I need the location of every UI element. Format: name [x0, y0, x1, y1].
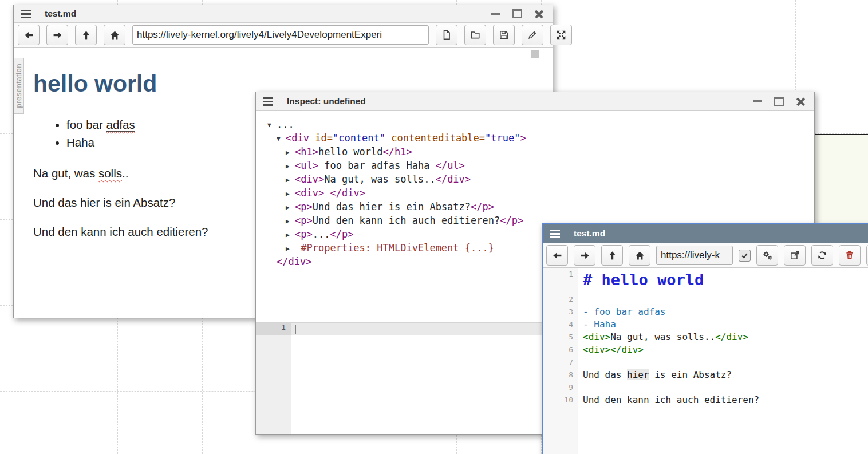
minimize-icon[interactable] [753, 100, 762, 102]
back-button[interactable] [18, 25, 40, 45]
navigation-toolbar [543, 243, 868, 268]
dom-tree-node[interactable]: ▶<ul> foo bar adfas Haha </ul> [256, 159, 814, 173]
back-button[interactable] [546, 245, 568, 266]
dom-tree-node[interactable]: ▶<div>Na gut, was solls..</div> [256, 173, 814, 187]
minimize-icon[interactable] [491, 13, 500, 15]
url-input[interactable] [132, 25, 429, 45]
editor-line[interactable]: 10Und den kann ich auch editieren? [543, 394, 868, 406]
up-button[interactable] [75, 25, 97, 45]
disclosure-triangle[interactable]: ▶ [286, 202, 295, 214]
forward-icon [53, 30, 62, 40]
menu-icon[interactable] [550, 230, 560, 238]
maximize-icon[interactable] [774, 97, 784, 106]
maximize-icon[interactable] [512, 9, 522, 18]
code-token: </div> [277, 256, 311, 267]
navigation-toolbar [14, 23, 553, 48]
code-token: <div [286, 132, 309, 144]
folder-icon [470, 30, 480, 40]
menu-icon[interactable] [263, 97, 273, 106]
disclosure-triangle[interactable]: ▶ [286, 160, 295, 173]
code-token: is ein Absatz? [649, 369, 732, 380]
code-token: #Properties: HTMLDivElement {...} [295, 242, 494, 254]
titlebar[interactable]: test.md [543, 224, 868, 243]
editor-line[interactable]: 6<div></div> [543, 344, 868, 356]
disclosure-triangle[interactable]: ▼ [267, 119, 277, 132]
line-number: 3 [543, 306, 578, 318]
disclosure-triangle[interactable]: ▼ [277, 133, 286, 145]
code-token: </ul> [436, 160, 465, 171]
line-number: 5 [543, 331, 578, 344]
misspelled-word: solls [98, 167, 122, 180]
disclosure-triangle[interactable]: ▶ [286, 174, 295, 187]
code-token: </p> [471, 201, 494, 212]
code-token: <div></div> [583, 344, 644, 355]
home-icon [635, 251, 645, 260]
scrollbar-thumb[interactable] [531, 50, 539, 58]
forward-button[interactable] [46, 25, 68, 45]
back-icon [553, 251, 562, 260]
forward-button[interactable] [574, 245, 595, 266]
edit-button[interactable] [522, 25, 543, 45]
code-token: </h1> [383, 146, 412, 157]
editor-line[interactable]: 7 [543, 356, 868, 369]
disclosure-triangle[interactable]: ▶ [286, 229, 295, 242]
up-button[interactable] [601, 245, 623, 266]
home-button[interactable] [629, 245, 650, 266]
dom-tree-node[interactable]: ▼... [256, 118, 814, 132]
line-number: 1 [256, 323, 291, 335]
disclosure-triangle[interactable]: ▶ [286, 188, 295, 200]
disclosure-triangle[interactable]: ▶ [286, 215, 295, 228]
editor-line[interactable]: 5<div>Na gut, was solls..</div> [543, 331, 868, 344]
url-input[interactable] [656, 246, 733, 265]
refresh-icon [817, 250, 827, 260]
editor-line[interactable]: 2 [543, 293, 868, 306]
code-token [309, 132, 315, 144]
delete-button[interactable] [839, 245, 861, 266]
editor-line[interactable]: 8Und das hier is ein Absatz? [543, 369, 868, 381]
auto-update-checkbox[interactable] [739, 250, 751, 262]
expand-button[interactable] [550, 25, 572, 45]
refresh-button[interactable] [811, 245, 833, 266]
code-token: hello world [318, 146, 383, 157]
code-token: ... [277, 119, 294, 130]
dom-tree-node[interactable]: ▶<h1>hello world</h1> [256, 145, 814, 159]
dom-tree-node[interactable]: ▶<p>Und das hier is ein Absatz?</p> [256, 200, 814, 214]
up-icon [607, 251, 617, 260]
code-token: - foo bar adfas [583, 306, 666, 317]
editor-line[interactable]: 3- foo bar adfas [543, 306, 868, 318]
home-icon [110, 30, 120, 40]
dom-tree-node[interactable]: ▼<div id="content" contenteditable="true… [256, 132, 814, 145]
line-number: 4 [543, 318, 578, 331]
editor-empty-area[interactable] [543, 406, 868, 454]
source-editor[interactable]: 1# hello world23- foo bar adfas4- Haha5<… [543, 268, 868, 454]
titlebar[interactable]: test.md [14, 5, 553, 23]
code-token: > [520, 132, 526, 144]
save-button[interactable] [493, 25, 515, 45]
save-icon [499, 30, 509, 40]
disclosure-triangle[interactable]: ▶ [286, 243, 295, 255]
home-button[interactable] [104, 25, 125, 45]
editor-line[interactable]: 1# hello world [543, 268, 868, 293]
code-token: <div> [583, 331, 610, 342]
editor-line[interactable]: 9 [543, 381, 868, 394]
editor-line[interactable]: 4- Haha [543, 318, 868, 331]
window-markdown-source: test.md 1# hello world23- foo bar adfas4… [542, 223, 868, 454]
close-icon[interactable] [796, 97, 805, 106]
dom-tree-node[interactable]: ▶<div> </div> [256, 187, 814, 200]
settings-button[interactable] [756, 245, 778, 266]
open-external-button[interactable] [784, 245, 806, 266]
new-file-button[interactable] [436, 25, 457, 45]
close-icon[interactable] [535, 10, 543, 18]
folder-button[interactable] [464, 25, 486, 45]
code-token: Und das hier is ein Absatz? [313, 201, 471, 212]
titlebar[interactable]: Inspect: undefined [256, 92, 814, 111]
menu-icon[interactable] [21, 10, 31, 18]
code-token [324, 187, 330, 199]
code-token: hier [627, 369, 649, 380]
code-token: <h1> [295, 146, 318, 157]
window-title: Inspect: undefined [287, 96, 366, 106]
new-file-icon [441, 30, 452, 40]
line-number: 10 [543, 394, 578, 406]
disclosure-triangle[interactable]: ▶ [286, 147, 295, 159]
presentation-tab[interactable]: presentation [14, 58, 24, 114]
